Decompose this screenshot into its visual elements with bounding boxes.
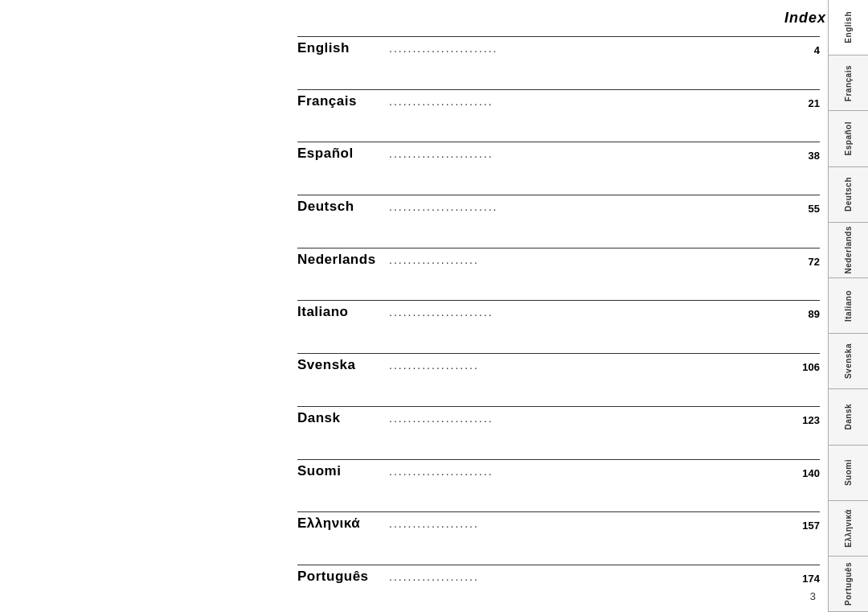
entry-page: 106	[796, 361, 820, 373]
tab-item-espaol[interactable]: Español	[829, 111, 868, 166]
entry-label: Português	[297, 569, 386, 585]
tab-label: Suomi	[844, 459, 853, 486]
entry-dots: ...................	[386, 570, 796, 585]
entry-label: Nederlands	[297, 252, 386, 268]
entry-page: 140	[796, 467, 820, 479]
index-entry: Suomi......................140	[297, 459, 820, 483]
entry-dots: ...................	[386, 253, 796, 268]
entry-label: Español	[297, 146, 386, 162]
index-entry: Français......................21	[297, 89, 820, 113]
entry-dots: ......................	[386, 95, 796, 109]
entry-page: 21	[796, 97, 820, 109]
tab-item-deutsch[interactable]: Deutsch	[829, 167, 868, 223]
tab-label: Español	[844, 121, 853, 155]
index-entry: Nederlands...................72	[297, 248, 820, 271]
index-entry: Italiano......................89	[297, 300, 820, 323]
tab-item-franais[interactable]: Français	[829, 55, 868, 111]
entry-label: Italiano	[297, 304, 386, 320]
entry-dots: ...................	[386, 517, 796, 532]
tab-item-portugus[interactable]: Português	[829, 557, 868, 612]
index-entry: English.......................4	[297, 36, 820, 60]
tab-label: Italiano	[844, 290, 853, 322]
tab-label: Svenska	[844, 343, 853, 379]
tab-item-nederlands[interactable]: Nederlands	[829, 223, 868, 278]
tab-label: English	[844, 11, 853, 43]
entry-dots: .......................	[386, 42, 796, 56]
entry-label: Français	[297, 93, 386, 109]
tab-item-italiano[interactable]: Italiano	[829, 278, 868, 334]
entry-page: 72	[796, 256, 820, 268]
tab-item-english[interactable]: English	[829, 0, 868, 55]
page-container: Index English.......................4Fra…	[0, 0, 868, 612]
index-entry: Dansk......................123	[297, 406, 820, 429]
entry-label: Deutsch	[297, 199, 386, 215]
tab-label: Português	[844, 562, 853, 606]
tab-label: Ελληνικά	[844, 509, 853, 548]
entry-dots: ......................	[386, 306, 796, 320]
index-entry: Deutsch.......................55	[297, 195, 820, 218]
entry-label: Suomi	[297, 463, 386, 479]
entry-dots: ......................	[386, 412, 796, 426]
entry-label: Svenska	[297, 357, 386, 373]
index-title: Index	[784, 10, 826, 27]
entry-dots: ......................	[386, 147, 796, 162]
entry-page: 157	[796, 520, 820, 532]
tab-label: Nederlands	[844, 226, 853, 273]
tab-item-dansk[interactable]: Dansk	[829, 389, 868, 445]
entry-page: 174	[796, 573, 820, 585]
entry-label: English	[297, 40, 386, 56]
entry-page: 4	[796, 44, 820, 56]
entry-label: Dansk	[297, 410, 386, 426]
index-entry: Svenska...................106	[297, 353, 820, 376]
tab-label: Deutsch	[844, 177, 853, 212]
tab-item-[interactable]: Ελληνικά	[829, 501, 868, 557]
entry-dots: .......................	[386, 200, 796, 215]
entry-label: Ελληνικά	[297, 515, 386, 532]
tab-label: Français	[844, 65, 853, 101]
index-entry: Português...................174	[297, 565, 820, 588]
tab-strip: EnglishFrançaisEspañolDeutschNederlandsI…	[828, 0, 868, 612]
entry-page: 89	[796, 308, 820, 320]
index-entry: Español......................38	[297, 142, 820, 165]
tab-item-suomi[interactable]: Suomi	[829, 446, 868, 501]
entry-page: 38	[796, 150, 820, 162]
entry-page: 55	[796, 203, 820, 215]
index-list: English.......................4Français.…	[297, 36, 820, 588]
entry-dots: ...................	[386, 359, 796, 373]
tab-label: Dansk	[844, 404, 853, 430]
page-number: 3	[810, 590, 816, 602]
index-entry: Ελληνικά...................157	[297, 511, 820, 535]
entry-dots: ......................	[386, 465, 796, 479]
entry-page: 123	[796, 414, 820, 426]
tab-item-svenska[interactable]: Svenska	[829, 334, 868, 389]
